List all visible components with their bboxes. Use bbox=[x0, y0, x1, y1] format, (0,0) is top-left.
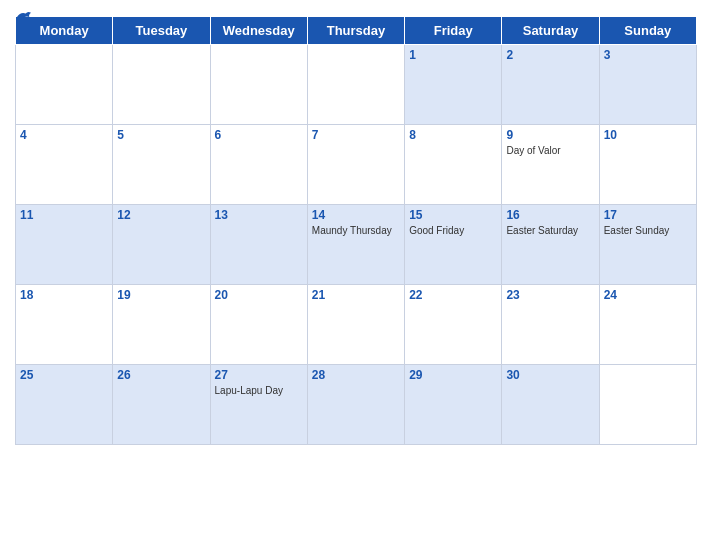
day-number: 14 bbox=[312, 208, 400, 222]
weekday-header-thursday: Thursday bbox=[307, 17, 404, 45]
day-number: 23 bbox=[506, 288, 594, 302]
calendar-cell: 19 bbox=[113, 285, 210, 365]
day-number: 19 bbox=[117, 288, 205, 302]
calendar-row-4: 18192021222324 bbox=[16, 285, 697, 365]
calendar-cell: 22 bbox=[405, 285, 502, 365]
calendar-cell bbox=[16, 45, 113, 125]
calendar-cell bbox=[113, 45, 210, 125]
holiday-label: Day of Valor bbox=[506, 144, 594, 157]
day-number: 6 bbox=[215, 128, 303, 142]
calendar-row-3: 11121314Maundy Thursday15Good Friday16Ea… bbox=[16, 205, 697, 285]
calendar-cell: 2 bbox=[502, 45, 599, 125]
calendar-row-2: 456789Day of Valor10 bbox=[16, 125, 697, 205]
day-number: 26 bbox=[117, 368, 205, 382]
day-number: 9 bbox=[506, 128, 594, 142]
day-number: 3 bbox=[604, 48, 692, 62]
calendar-cell: 8 bbox=[405, 125, 502, 205]
holiday-label: Easter Sunday bbox=[604, 224, 692, 237]
day-number: 12 bbox=[117, 208, 205, 222]
calendar-cell: 24 bbox=[599, 285, 696, 365]
calendar-cell bbox=[307, 45, 404, 125]
day-number: 10 bbox=[604, 128, 692, 142]
calendar-cell: 21 bbox=[307, 285, 404, 365]
holiday-label: Maundy Thursday bbox=[312, 224, 400, 237]
calendar-table: MondayTuesdayWednesdayThursdayFridaySatu… bbox=[15, 16, 697, 445]
calendar-cell: 29 bbox=[405, 365, 502, 445]
calendar-cell: 17Easter Sunday bbox=[599, 205, 696, 285]
day-number: 25 bbox=[20, 368, 108, 382]
day-number: 15 bbox=[409, 208, 497, 222]
day-number: 11 bbox=[20, 208, 108, 222]
day-number: 27 bbox=[215, 368, 303, 382]
logo-blue-text bbox=[15, 10, 35, 24]
weekday-header-row: MondayTuesdayWednesdayThursdayFridaySatu… bbox=[16, 17, 697, 45]
day-number: 20 bbox=[215, 288, 303, 302]
day-number: 30 bbox=[506, 368, 594, 382]
calendar-cell: 27Lapu-Lapu Day bbox=[210, 365, 307, 445]
calendar-cell: 1 bbox=[405, 45, 502, 125]
calendar-row-5: 252627Lapu-Lapu Day282930 bbox=[16, 365, 697, 445]
holiday-label: Easter Saturday bbox=[506, 224, 594, 237]
calendar-cell: 10 bbox=[599, 125, 696, 205]
day-number: 8 bbox=[409, 128, 497, 142]
calendar-cell: 28 bbox=[307, 365, 404, 445]
weekday-header-friday: Friday bbox=[405, 17, 502, 45]
calendar-cell: 14Maundy Thursday bbox=[307, 205, 404, 285]
day-number: 4 bbox=[20, 128, 108, 142]
calendar-cell: 23 bbox=[502, 285, 599, 365]
weekday-header-tuesday: Tuesday bbox=[113, 17, 210, 45]
calendar-cell: 30 bbox=[502, 365, 599, 445]
calendar-cell: 15Good Friday bbox=[405, 205, 502, 285]
weekday-header-sunday: Sunday bbox=[599, 17, 696, 45]
day-number: 5 bbox=[117, 128, 205, 142]
holiday-label: Lapu-Lapu Day bbox=[215, 384, 303, 397]
day-number: 17 bbox=[604, 208, 692, 222]
calendar-cell bbox=[210, 45, 307, 125]
day-number: 16 bbox=[506, 208, 594, 222]
calendar-cell: 12 bbox=[113, 205, 210, 285]
day-number: 21 bbox=[312, 288, 400, 302]
day-number: 2 bbox=[506, 48, 594, 62]
calendar-cell: 13 bbox=[210, 205, 307, 285]
day-number: 7 bbox=[312, 128, 400, 142]
day-number: 13 bbox=[215, 208, 303, 222]
logo bbox=[15, 10, 35, 24]
calendar-cell: 7 bbox=[307, 125, 404, 205]
logo-bird-icon bbox=[15, 10, 33, 24]
day-number: 22 bbox=[409, 288, 497, 302]
calendar-cell: 9Day of Valor bbox=[502, 125, 599, 205]
calendar-cell: 11 bbox=[16, 205, 113, 285]
calendar-cell: 6 bbox=[210, 125, 307, 205]
day-number: 1 bbox=[409, 48, 497, 62]
day-number: 28 bbox=[312, 368, 400, 382]
calendar-cell: 25 bbox=[16, 365, 113, 445]
calendar-cell: 20 bbox=[210, 285, 307, 365]
calendar-cell: 4 bbox=[16, 125, 113, 205]
calendar-cell: 26 bbox=[113, 365, 210, 445]
calendar-row-1: 123 bbox=[16, 45, 697, 125]
weekday-header-saturday: Saturday bbox=[502, 17, 599, 45]
weekday-header-wednesday: Wednesday bbox=[210, 17, 307, 45]
day-number: 29 bbox=[409, 368, 497, 382]
calendar-cell: 3 bbox=[599, 45, 696, 125]
calendar-wrapper: MondayTuesdayWednesdayThursdayFridaySatu… bbox=[0, 0, 712, 550]
calendar-cell: 16Easter Saturday bbox=[502, 205, 599, 285]
holiday-label: Good Friday bbox=[409, 224, 497, 237]
day-number: 24 bbox=[604, 288, 692, 302]
calendar-cell bbox=[599, 365, 696, 445]
calendar-cell: 5 bbox=[113, 125, 210, 205]
day-number: 18 bbox=[20, 288, 108, 302]
calendar-cell: 18 bbox=[16, 285, 113, 365]
